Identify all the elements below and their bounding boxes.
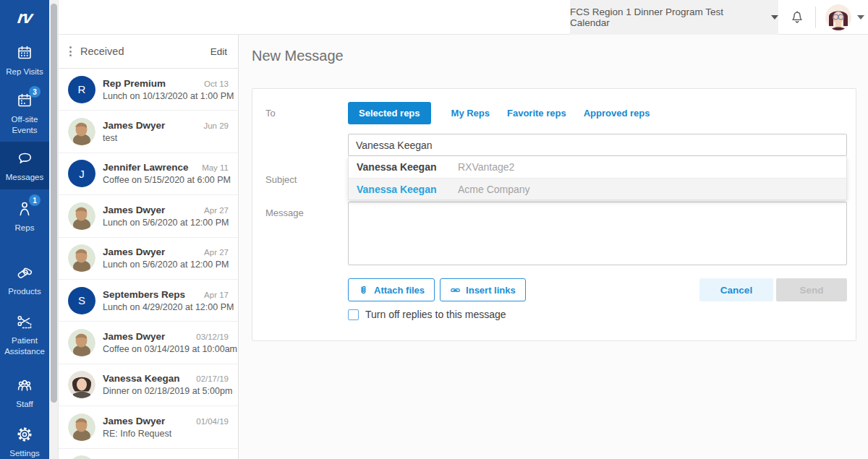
to-label: To [265, 108, 276, 119]
calendar-selector-label: FCS Region 1 Dinner Program Test Calenda… [570, 7, 764, 28]
avatar [68, 202, 95, 230]
avatar: S [68, 287, 95, 314]
kebab-menu-icon[interactable] [69, 46, 72, 56]
sidebar-item-reps[interactable]: 1 Reps [0, 194, 49, 240]
edit-button[interactable]: Edit [210, 46, 227, 57]
chat-icon [15, 149, 34, 168]
recipient-autocomplete: Vanessa Keegan RXVantage2 Vanessa Keegan… [348, 156, 847, 200]
subject-label: Subject [265, 174, 297, 185]
chevron-down-icon [771, 15, 778, 20]
link-icon [450, 285, 461, 296]
attachment-buttons: Attach files Insert links [348, 278, 526, 301]
list-item[interactable]: J Jennifer LawrenceMay 11 Coffee on 5/15… [59, 153, 238, 195]
topbar: FCS Region 1 Dinner Program Test Calenda… [59, 0, 868, 35]
attach-files-button[interactable]: Attach files [348, 278, 435, 301]
page-title: New Message [252, 48, 344, 64]
chevron-down-icon[interactable] [857, 15, 864, 20]
tab-my-reps[interactable]: My Reps [451, 102, 490, 124]
sidebar-item-messages[interactable]: Messages [0, 142, 49, 189]
gear-icon [15, 425, 34, 444]
avatar [68, 455, 95, 459]
avatar [68, 329, 95, 356]
sidebar-item-offsite-events[interactable]: 3 Off-site Events [0, 85, 49, 139]
scrollbar-thumb[interactable] [51, 4, 57, 403]
send-button[interactable]: Send [776, 278, 847, 301]
list-item[interactable]: James DwyerJun 29 test [59, 111, 238, 153]
recipient-tabs: Selected reps My Reps Favorite reps Appr… [348, 102, 650, 124]
message-label: Message [265, 207, 304, 218]
message-list-panel: Received Edit R Rep PremiumOct 13 Lunch … [59, 35, 239, 459]
sidebar-item-products[interactable]: Products [0, 257, 49, 299]
autocomplete-option[interactable]: Vanessa Keegan RXVantage2 [349, 156, 846, 178]
insert-links-button[interactable]: Insert links [440, 278, 526, 301]
list-item[interactable]: James DwyerApr 27 Lunch on 5/6/2020 at 1… [59, 238, 238, 280]
scissors-icon [15, 312, 34, 331]
turn-off-replies-label[interactable]: Turn off replies to this message [365, 309, 506, 320]
message-textarea[interactable] [348, 202, 847, 265]
autocomplete-option-highlighted[interactable]: Vanessa Keegan Acme Company [349, 178, 846, 200]
turn-off-replies-checkbox[interactable] [348, 309, 359, 320]
tab-favorite-reps[interactable]: Favorite reps [507, 102, 566, 124]
list-item-partial[interactable] [59, 449, 238, 459]
pills-icon [15, 263, 34, 282]
replies-toggle-row: Turn off replies to this message [348, 309, 506, 320]
paperclip-icon [237, 91, 239, 100]
topbar-divider [815, 7, 816, 28]
person-icon: 1 [15, 200, 34, 218]
sidebar-item-rep-visits[interactable]: Rep Visits [0, 38, 49, 80]
reps-badge: 1 [29, 194, 41, 206]
calendar-badge-icon: 3 [15, 91, 34, 110]
avatar: J [68, 160, 95, 187]
avatar [68, 244, 95, 272]
rxvantage-logo: rv [0, 7, 51, 27]
list-title: Received [80, 46, 210, 57]
calendar-selector[interactable]: FCS Region 1 Dinner Program Test Calenda… [570, 0, 778, 35]
paperclip-icon [358, 285, 369, 296]
list-item[interactable]: S Septembers RepsApr 17 Lunch on 4/29/20… [59, 280, 238, 322]
app-window: rv Rep Visits 3 [0, 0, 868, 459]
sidebar: rv Rep Visits 3 [0, 0, 49, 459]
avatar: R [68, 76, 95, 103]
sidebar-item-settings[interactable]: Settings [0, 419, 49, 459]
tab-selected-reps[interactable]: Selected reps [348, 102, 431, 124]
list-item[interactable]: James Dwyer03/12/19 Coffee on 03/14/2019… [59, 322, 238, 364]
calendar-icon [15, 43, 34, 62]
compose-card: To Subject Message Selected reps My Reps… [252, 88, 856, 341]
bell-icon[interactable] [789, 9, 805, 25]
cancel-button[interactable]: Cancel [699, 278, 773, 301]
avatar [68, 118, 95, 145]
scrollbar-track [49, 0, 59, 459]
list-item[interactable]: James Dwyer01/04/19 RE: Info Request [59, 406, 238, 448]
people-icon [15, 376, 34, 395]
sidebar-item-patient-assistance[interactable]: Patient Assistance [0, 306, 49, 360]
list-item[interactable]: Vanessa Keegan02/17/19 Dinner on 02/18/2… [59, 364, 238, 406]
avatar [68, 413, 95, 441]
message-list-header: Received Edit [59, 35, 238, 69]
offsite-events-badge: 3 [29, 86, 41, 98]
sidebar-item-staff[interactable]: Staff [0, 370, 49, 411]
list-item[interactable]: R Rep PremiumOct 13 Lunch on 10/13/2020 … [59, 69, 238, 111]
to-input[interactable] [348, 134, 847, 156]
list-item[interactable]: James DwyerApr 27 Lunch on 5/6/2020 at 1… [59, 195, 238, 237]
user-avatar[interactable] [825, 4, 851, 30]
tab-approved-reps[interactable]: Approved reps [584, 102, 650, 124]
avatar [68, 371, 95, 398]
